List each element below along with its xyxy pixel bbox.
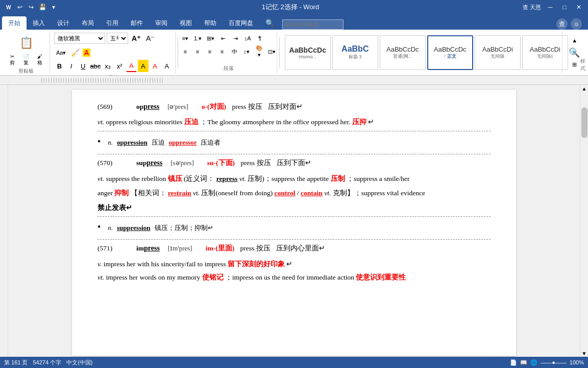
- user-avatar[interactable]: 查: [556, 18, 568, 30]
- tab-review[interactable]: 审阅: [149, 16, 174, 30]
- style-normal-web[interactable]: AaBbCcDc 普通(网...: [380, 35, 426, 70]
- entry-571-phonetic: [ɪm'pres]: [168, 242, 192, 254]
- view-mode-web[interactable]: 🌐: [530, 359, 537, 366]
- entry-571-prefix: im-(里面): [206, 244, 234, 252]
- divider1: [178, 37, 178, 68]
- shading-button[interactable]: 🎨▾: [253, 46, 265, 57]
- entry-569-vt: vt. oppress religious minorities 压迫 ；The…: [97, 116, 491, 128]
- style-no-space1[interactable]: AaBbCcDi 无间隔1: [522, 35, 568, 70]
- numbering-button[interactable]: 1.▾: [192, 33, 204, 44]
- decrease-indent-button[interactable]: ⇤: [217, 33, 229, 44]
- entry-570-ex1: suppress the rebellion: [106, 175, 168, 182]
- tab-design[interactable]: 设计: [51, 16, 76, 30]
- line-spacing-button[interactable]: ↕▾: [241, 46, 252, 57]
- format-painter-button[interactable]: 🖌格: [34, 54, 46, 65]
- style-no-space[interactable]: AaBbCcDi 无间隔: [475, 35, 521, 70]
- font-case-button[interactable]: Aa▾: [54, 47, 68, 58]
- minimize-button[interactable]: ─: [545, 2, 555, 12]
- entry-571-pos1: v.: [97, 260, 102, 268]
- view-mode-print[interactable]: 📄: [510, 359, 517, 366]
- vertical-scrollbar[interactable]: ▲ ▼: [580, 85, 588, 357]
- entry-569-num: (569): [97, 101, 118, 113]
- font-shrink-button[interactable]: A⁻: [144, 33, 156, 44]
- align-left-button[interactable]: ≡: [180, 46, 191, 57]
- italic-button[interactable]: I: [66, 60, 77, 72]
- bold-button[interactable]: B: [54, 60, 65, 72]
- show-marks-button[interactable]: ¶: [254, 33, 265, 44]
- share-button[interactable]: ⊙: [571, 18, 582, 30]
- entry-570-repress: repress: [216, 175, 238, 182]
- superscript-button[interactable]: x²: [114, 60, 125, 72]
- clipboard-label: 剪贴板: [18, 65, 34, 75]
- scroll-thumb[interactable]: [581, 107, 587, 138]
- document-scroll-area[interactable]: (569) oppress [ə'pres] o-(对面) press 按压 压…: [8, 85, 580, 357]
- cut-button[interactable]: ✂剪: [6, 54, 18, 65]
- tab-mailings[interactable]: 邮件: [125, 16, 149, 30]
- font-color-button[interactable]: A: [150, 60, 160, 72]
- tab-insert[interactable]: 插入: [27, 16, 51, 30]
- save-button[interactable]: 💾: [38, 3, 47, 12]
- underline-button[interactable]: U: [78, 60, 88, 72]
- text-color-button[interactable]: A: [126, 60, 137, 72]
- view-mode-read[interactable]: 📖: [520, 359, 527, 366]
- text-highlight-color-button[interactable]: A: [138, 60, 149, 72]
- align-center-button[interactable]: ≡: [192, 46, 203, 57]
- tab-help[interactable]: 帮助: [198, 16, 223, 30]
- strikethrough-button[interactable]: abc: [89, 60, 101, 72]
- zoom-slider[interactable]: ——●——: [541, 359, 567, 365]
- style-normal-web-label: 普通(网...: [393, 53, 412, 60]
- paste-button[interactable]: 📋: [17, 33, 35, 53]
- font-size-select[interactable]: 五号: [107, 33, 128, 44]
- font-format-row: B I U abc x₂ x² A A A A: [54, 60, 172, 72]
- page-number: 第 161 页: [4, 359, 28, 366]
- scroll-down-button[interactable]: ▼: [581, 350, 588, 357]
- font-family-select[interactable]: 微软雅黑: [54, 33, 105, 44]
- entry-571-zh1: 留下深刻的好印象: [228, 260, 285, 268]
- text-highlight-button[interactable]: A: [83, 49, 90, 57]
- entry-569-arrow: ↵: [368, 118, 374, 126]
- style-mso[interactable]: AaBbCcDc msono...: [285, 35, 331, 70]
- increase-indent-button[interactable]: ⇥: [230, 33, 241, 44]
- undo-button[interactable]: ↩: [15, 3, 24, 12]
- entry-569-example: oppress religious minorities: [106, 118, 184, 126]
- tab-layout[interactable]: 布局: [76, 16, 100, 30]
- entry-569-prefix: o-(对面): [202, 103, 226, 110]
- chinese-layout-button[interactable]: 中: [229, 46, 240, 57]
- tell-me-input[interactable]: [282, 19, 344, 30]
- style-normal-label: ↑ 正文: [444, 53, 456, 60]
- entry-569-pos: vt.: [97, 118, 104, 126]
- search-icon[interactable]: 🔍: [259, 16, 280, 30]
- borders-button[interactable]: ⊡▾: [266, 46, 277, 57]
- entry-570-parts: su-(下面) press 按压 压到下面↵: [207, 157, 311, 169]
- font-grow-button[interactable]: A⁺: [130, 33, 142, 44]
- entry-570-num: (570): [97, 157, 118, 169]
- maximize-button[interactable]: □: [559, 2, 570, 12]
- multilevel-list-button[interactable]: ⊞▾: [205, 33, 216, 44]
- redo-button[interactable]: ↪: [27, 3, 36, 12]
- copy-button[interactable]: 📄复: [19, 54, 33, 65]
- tab-references[interactable]: 引用: [100, 16, 125, 30]
- tab-baidu[interactable]: 百度网盘: [223, 16, 259, 30]
- entry-571-sep: ；impress on us the need for immediate ac…: [225, 273, 356, 281]
- paragraph-label: 段落: [224, 63, 234, 72]
- style-h3[interactable]: AaBbC 标题 3: [332, 35, 378, 70]
- entry-569-phonetic: [ə'pres]: [167, 101, 188, 112]
- clear-format-button[interactable]: 🧹: [69, 47, 82, 58]
- sort-button[interactable]: ↕A: [242, 33, 253, 44]
- scroll-up-button[interactable]: ▲: [581, 85, 588, 92]
- align-right-button[interactable]: ≡: [204, 46, 215, 57]
- char-border-button[interactable]: A: [161, 60, 172, 72]
- tab-view[interactable]: 视图: [174, 16, 198, 30]
- subscript-button[interactable]: x₂: [102, 60, 113, 72]
- find-button[interactable]: 🔍: [567, 47, 582, 58]
- entry-570-zh1: 镇压: [168, 175, 182, 182]
- search-area: 查 ⊙: [552, 18, 586, 30]
- quick-access-dropdown[interactable]: ▾: [49, 3, 58, 12]
- justify-button[interactable]: ≡: [216, 46, 228, 57]
- tab-home[interactable]: 开始: [2, 16, 27, 30]
- style-normal[interactable]: AaBbCcDc ↑ 正文: [427, 35, 473, 70]
- entry-569-n-word: oppression: [117, 136, 148, 148]
- close-button[interactable]: ✕: [574, 2, 584, 12]
- entry-571-arrow: ↵: [286, 260, 292, 268]
- bullets-button[interactable]: ≡▾: [180, 33, 191, 44]
